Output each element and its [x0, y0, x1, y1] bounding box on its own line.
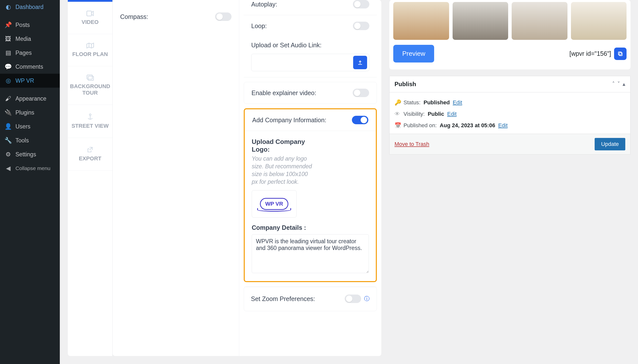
- vtab-label: VIDEO: [82, 19, 98, 26]
- settings-icon: ⚙: [5, 151, 12, 158]
- video-icon: [87, 10, 94, 16]
- zoom-toggle[interactable]: [345, 294, 361, 303]
- sidebar-item-posts[interactable]: 📌 Posts: [0, 18, 60, 32]
- copy-shortcode-button[interactable]: [614, 48, 626, 60]
- pin-icon: 📌: [5, 22, 12, 28]
- explainer-toggle[interactable]: [353, 89, 369, 97]
- scene-thumbnail[interactable]: [571, 2, 627, 40]
- publish-metabox: Publish ˄ ˅ ▴ 🔑 Status: Published Edit: [389, 76, 630, 154]
- settings-vertical-tabs: VIDEO FLOOR PLAN BACKGROUND TOUR STREET …: [68, 0, 113, 356]
- sidebar-label: Comments: [16, 64, 43, 70]
- svg-point-3: [89, 114, 91, 116]
- sidebar-item-plugins[interactable]: 🔌 Plugins: [0, 106, 60, 120]
- vtab-active-indicator: [68, 0, 112, 2]
- page-icon: ▤: [5, 49, 12, 56]
- sidebar-label: Settings: [16, 151, 36, 158]
- loop-toggle[interactable]: [353, 22, 369, 30]
- help-icon[interactable]: ⓘ: [364, 295, 370, 302]
- chevron-up-icon[interactable]: ˄: [612, 81, 615, 88]
- zoom-label: Set Zoom Preferences:: [251, 295, 315, 302]
- visibility-value: Public: [428, 111, 444, 117]
- vtab-background-tour[interactable]: BACKGROUND TOUR: [68, 66, 112, 105]
- media-icon: 🖼: [5, 35, 12, 42]
- sidebar-item-comments[interactable]: 💬 Comments: [0, 60, 60, 74]
- sidebar-collapse[interactable]: ◀ Collapse menu: [0, 161, 60, 175]
- update-button[interactable]: Update: [595, 138, 625, 150]
- move-to-trash-link[interactable]: Move to Trash: [395, 141, 429, 148]
- status-value: Published: [423, 99, 450, 106]
- upload-audio-label: Upload or Set Audio Link:: [244, 36, 377, 54]
- sidebar-item-dashboard[interactable]: ◐ Dashboard: [0, 0, 60, 14]
- svg-rect-4: [619, 52, 622, 56]
- collapse-label: Collapse menu: [16, 165, 50, 171]
- audio-link-input[interactable]: [251, 54, 369, 71]
- preview-button[interactable]: Preview: [393, 45, 434, 62]
- company-details-textarea[interactable]: [252, 234, 369, 273]
- toggle-panel-icon[interactable]: ▴: [622, 81, 625, 88]
- map-icon: [87, 42, 94, 48]
- autoplay-toggle[interactable]: [353, 0, 369, 8]
- sidebar-label: Posts: [16, 22, 30, 28]
- chevron-down-icon[interactable]: ˅: [617, 81, 620, 88]
- svg-rect-2: [88, 76, 94, 80]
- sidebar-item-media[interactable]: 🖼 Media: [0, 32, 60, 46]
- wrench-icon: 🔧: [5, 137, 12, 144]
- vtab-label: EXPORT: [79, 155, 101, 162]
- vtab-floor-plan[interactable]: FLOOR PLAN: [68, 34, 112, 66]
- publish-status-row: 🔑 Status: Published Edit: [395, 97, 625, 108]
- shortcode-text: [wpvr id="156"]: [569, 50, 611, 57]
- company-logo-label: Upload Company Logo:: [252, 138, 309, 153]
- vtab-street-view[interactable]: STREET VIEW: [68, 105, 112, 138]
- vtab-label: BACKGROUND TOUR: [70, 83, 110, 96]
- company-toggle[interactable]: [352, 116, 368, 124]
- sidebar-label: Dashboard: [16, 4, 44, 10]
- scene-thumbnail[interactable]: [393, 2, 449, 40]
- vtab-export[interactable]: EXPORT: [68, 138, 112, 170]
- company-info-block: Add Company Information: Upload Company …: [244, 108, 377, 282]
- compass-toggle[interactable]: [215, 12, 231, 21]
- company-logo-preview[interactable]: WP VR: [252, 190, 296, 218]
- sidebar-label: Pages: [16, 50, 32, 56]
- autoplay-label: Autoplay:: [251, 1, 277, 8]
- edit-visibility-link[interactable]: Edit: [447, 111, 457, 117]
- sidebar-label: Plugins: [16, 109, 34, 116]
- explainer-label: Enable explainer video:: [251, 90, 316, 96]
- eye-icon: 👁: [395, 111, 401, 117]
- sidebar-item-users[interactable]: 👤 Users: [0, 120, 60, 134]
- svg-rect-1: [87, 75, 92, 79]
- company-logo-hint: You can add any logo size. But recommend…: [252, 155, 314, 186]
- publish-date-row: 📅 Published on: Aug 24, 2023 at 05:06 Ed…: [395, 120, 625, 131]
- scene-thumbnail[interactable]: [512, 2, 567, 40]
- sidebar-item-wpvr[interactable]: ◎ WP VR: [0, 74, 60, 88]
- vtab-label: STREET VIEW: [72, 123, 109, 129]
- svg-rect-5: [618, 52, 621, 55]
- comment-icon: 💬: [5, 63, 12, 70]
- publish-visibility-row: 👁 Visibility: Public Edit: [395, 108, 625, 120]
- edit-status-link[interactable]: Edit: [453, 99, 462, 106]
- wp-admin-sidebar: ◐ Dashboard 📌 Posts 🖼 Media ▤ Pages 💬 Co…: [0, 0, 60, 364]
- calendar-icon: 📅: [395, 122, 401, 129]
- sidebar-label: Users: [16, 123, 31, 130]
- svg-rect-0: [87, 11, 92, 16]
- layers-icon: [87, 75, 94, 81]
- dashboard-icon: ◐: [5, 4, 12, 10]
- sidebar-label: Tools: [16, 137, 29, 144]
- sidebar-item-pages[interactable]: ▤ Pages: [0, 46, 60, 60]
- published-value: Aug 24, 2023 at 05:06: [440, 122, 495, 129]
- sidebar-item-tools[interactable]: 🔧 Tools: [0, 134, 60, 148]
- published-label: Published on:: [404, 122, 437, 129]
- visibility-label: Visibility:: [404, 111, 425, 117]
- sidebar-label: Media: [16, 36, 31, 42]
- sidebar-item-appearance[interactable]: 🖌 Appearance: [0, 92, 60, 106]
- settings-panel: Compass: Autoplay: Loop:: [113, 0, 381, 356]
- upload-audio-button[interactable]: [353, 56, 367, 69]
- user-icon: 👤: [5, 123, 12, 130]
- vr-icon: ◎: [5, 77, 12, 84]
- scene-thumbnail[interactable]: [453, 2, 508, 40]
- logo-text: WP VR: [265, 201, 283, 207]
- sidebar-item-settings[interactable]: ⚙ Settings: [0, 148, 60, 161]
- vtab-video[interactable]: VIDEO: [68, 2, 112, 34]
- edit-date-link[interactable]: Edit: [498, 122, 508, 129]
- plug-icon: 🔌: [5, 109, 12, 116]
- vtab-label: FLOOR PLAN: [72, 51, 108, 58]
